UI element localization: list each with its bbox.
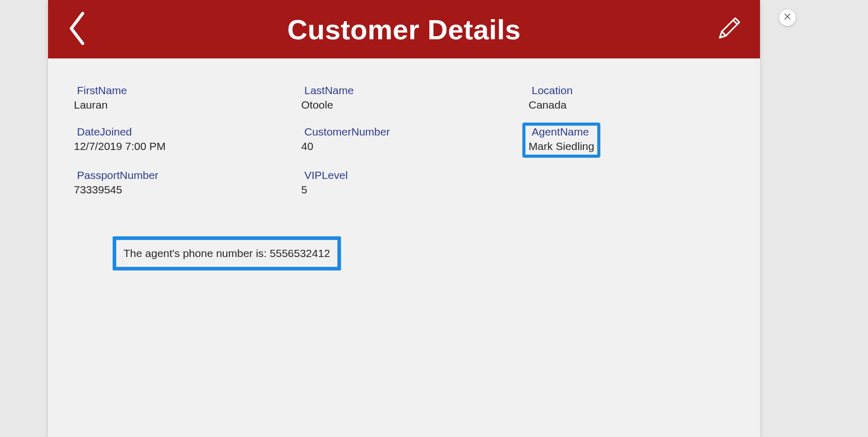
field-last-name: LastName Otoole xyxy=(301,84,529,111)
close-icon xyxy=(784,13,791,22)
note-text: The agent's phone number is: 5556532412 xyxy=(123,247,330,260)
edit-button[interactable] xyxy=(714,14,745,45)
field-agent-name: AgentName Mark Siedling xyxy=(522,123,600,158)
svg-line-1 xyxy=(733,20,737,24)
field-label: AgentName xyxy=(529,126,594,138)
close-button[interactable] xyxy=(779,9,796,26)
field-value: Mark Siedling xyxy=(529,140,594,153)
field-label: DateJoined xyxy=(74,126,301,138)
field-value: Lauran xyxy=(74,99,301,111)
field-value: 12/7/2019 7:00 PM xyxy=(74,140,301,153)
field-customer-number: CustomerNumber 40 xyxy=(301,126,529,155)
agent-phone-note: The agent's phone number is: 5556532412 xyxy=(113,236,341,270)
field-value: 40 xyxy=(301,140,529,153)
field-label: FirstName xyxy=(74,84,301,97)
field-label: Location xyxy=(529,84,756,97)
field-empty xyxy=(529,169,756,196)
panel-body: FirstName Lauran LastName Otoole Locatio… xyxy=(48,58,760,196)
field-location: Location Canada xyxy=(529,84,756,111)
field-date-joined: DateJoined 12/7/2019 7:00 PM xyxy=(74,126,301,155)
panel-title: Customer Details xyxy=(287,13,521,46)
field-vip-level: VIPLevel 5 xyxy=(301,169,529,196)
field-value: Canada xyxy=(529,99,756,111)
svg-line-0 xyxy=(722,32,726,36)
chevron-left-icon xyxy=(66,10,87,49)
panel-header: Customer Details xyxy=(48,0,760,58)
field-value: 5 xyxy=(301,184,529,196)
field-label: PassportNumber xyxy=(74,169,301,182)
back-button[interactable] xyxy=(64,11,89,48)
pencil-icon xyxy=(716,15,742,44)
field-label: LastName xyxy=(301,84,529,97)
field-label: VIPLevel xyxy=(301,169,529,182)
field-first-name: FirstName Lauran xyxy=(74,84,301,111)
field-passport-number: PassportNumber 73339545 xyxy=(74,169,301,196)
field-agent-name-wrapper: AgentName Mark Siedling xyxy=(529,126,756,155)
field-value: 73339545 xyxy=(74,184,301,196)
field-label: CustomerNumber xyxy=(301,126,529,138)
field-value: Otoole xyxy=(301,99,529,111)
customer-details-panel: Customer Details FirstName Lauran LastN xyxy=(48,0,760,437)
fields-grid: FirstName Lauran LastName Otoole Locatio… xyxy=(74,84,734,196)
